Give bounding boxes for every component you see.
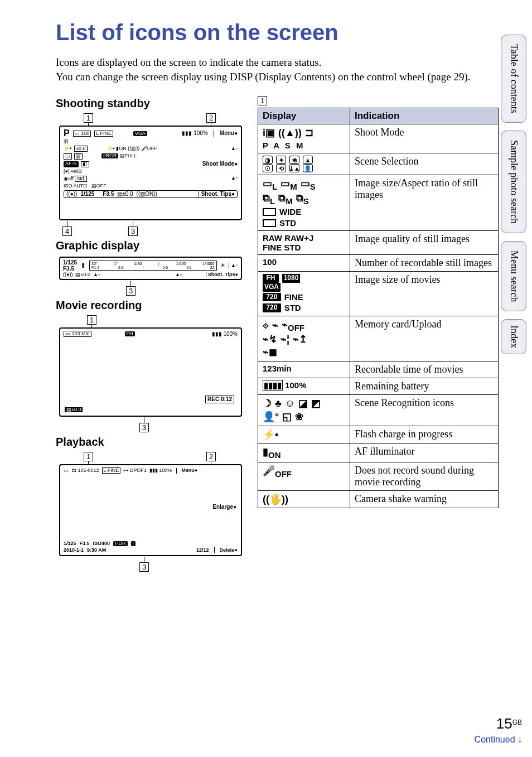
table-head-indication: Indication <box>350 108 499 124</box>
table-row: ▮ON AF illuminator <box>258 443 499 462</box>
heading-playback: Playback <box>56 436 245 449</box>
table-row: ☽♣☺◪◩ 👤°◱❀ Scene Recognition icons <box>258 395 499 426</box>
ev-icon: ±0.0 <box>74 146 87 152</box>
fnumber-value: F3.5 <box>103 191 114 197</box>
callout-1: 1 <box>84 113 93 123</box>
battery-label: ▮▮▮ 100% <box>182 131 207 136</box>
table-row: ▭L▭M▭S ⧉L⧉M⧉S WIDE STD Image size/Aspect… <box>258 175 499 231</box>
shootmode-softkey: Shoot Mode <box>202 161 234 167</box>
callout-1-play: 1 <box>84 452 93 461</box>
iso-label: ISO AUTO <box>64 183 87 189</box>
table-row: 123min Recordable time of movies <box>258 361 499 378</box>
callout-3-play: 3 <box>139 562 149 572</box>
callout-1-movie: 1 <box>87 315 96 325</box>
tab-sample-photo[interactable]: Sample photo search <box>501 131 526 233</box>
table-row: ◑✦❀▲ ☉⟲⤓▲👤 Scene Selection <box>258 153 499 175</box>
heading-movie-recording: Movie recording <box>56 299 245 312</box>
table-row: ⟐⌁⌁OFF ⌁↯⌁¦⌁↥ ⌁◼ Memory card/Upload <box>258 316 499 361</box>
table-row: ▮▮▮▮ 100% Remaining battery <box>258 378 499 395</box>
play-iso: ISO400 <box>93 541 110 546</box>
graphic-ev: ±0.0 <box>80 272 90 277</box>
table-row: ⚡• Flash charge in progress <box>258 426 499 443</box>
callout-2-play: 2 <box>206 452 216 461</box>
play-fnum: F3.5 <box>80 541 90 546</box>
play-battery: ▮▮▮ 100% <box>149 468 172 473</box>
play-date: 2010-1-1 <box>64 548 84 553</box>
graphic-shutter: 1/125 <box>63 259 77 266</box>
tips-softkey: Shoot. Tips <box>201 191 231 197</box>
heading-graphic-display: Graphic display <box>56 239 245 252</box>
page-title: List of icons on the screen <box>56 20 499 45</box>
heading-shooting-standby: Shooting standby <box>56 97 245 110</box>
page-number: 15GB <box>496 715 522 732</box>
mov-size: VGA <box>133 131 147 136</box>
img-size: L FINE <box>94 131 113 137</box>
table-row: i▣((▲))⊐ P A S M Shoot Mode <box>258 124 499 153</box>
tab-menu-search[interactable]: Menu search <box>501 241 526 311</box>
movie-size: FH <box>125 331 135 336</box>
table-row: 100 Number of recordable still images <box>258 255 499 272</box>
callout-3: 3 <box>128 226 138 236</box>
continued-label: Continued ↓ <box>475 735 522 745</box>
flash-icon: ⚡• <box>64 146 71 151</box>
play-folder: 101-0012 <box>78 467 99 473</box>
play-clock: 9:30 AM <box>87 548 106 553</box>
shutter-value: 1/125 <box>80 191 94 197</box>
diagram-graphic-display: 1/125 F3.5 ⬆ 30"1"1/30|1/2501/4000 F1.42… <box>56 255 245 296</box>
af-label: AF-S <box>64 161 79 167</box>
callout-3-graphic: 3 <box>126 286 136 296</box>
diagram-shooting-standby: 1 2 P ▭ 100 L FINE VGA ▮▮▮ 100% Menu● ▥ <box>56 113 245 236</box>
table-row: ((🖐)) Camera shake warning <box>258 490 499 508</box>
intro-text: Icons are displayed on the screen to ind… <box>56 55 499 84</box>
awb-label: AWB <box>70 168 81 174</box>
table-head-display: Display <box>258 108 350 124</box>
play-menu-softkey: Menu <box>181 467 195 473</box>
table-row: 🎤OFF Does not record sound during movie … <box>258 462 499 490</box>
std-label: Std. <box>75 176 87 182</box>
table-row: FH 1080 VGA 720 FINE 720 STD Image size … <box>258 272 499 316</box>
diagram-movie-recording: 1 ▭ 123 Min FH ▮▮▮ 100% REC 0:12 ▤±0.0 3 <box>56 315 245 432</box>
rec-timer: REC 0:12 <box>205 396 234 403</box>
menu-softkey: Menu● <box>220 131 238 136</box>
play-dpof: DPOF1 <box>130 467 147 473</box>
play-counter: 12/12 <box>196 548 209 553</box>
table-row: RAW RAW+JFINE STD Image quality of still… <box>258 231 499 255</box>
play-delete-softkey: Delete <box>220 547 235 553</box>
tab-toc[interactable]: Table of contents <box>501 35 526 123</box>
icon-table: Display Indication i▣((▲))⊐ P A S M Shoo… <box>258 108 499 508</box>
region-number: 1 <box>258 96 267 105</box>
callout-4: 4 <box>62 226 72 236</box>
movie-ev: ▤±0.0 <box>65 407 83 412</box>
graphic-fnum: F3.5 <box>63 266 74 272</box>
movie-time: ▭ 123 Min <box>64 331 91 337</box>
play-shutter: 1/125 <box>64 541 76 546</box>
mode-letter: P <box>64 129 70 138</box>
diagram-playback: 1 2 ▭🗀 101-0012 L FINE ⊶ DPOF1 ▮▮▮ 100% … <box>56 452 245 572</box>
callout-3-movie: 3 <box>139 423 149 432</box>
graphic-tips-softkey: Shoot. Tips <box>208 272 235 277</box>
play-enlarge-softkey: Enlarge <box>212 504 233 510</box>
card-count: ▭ 100 <box>73 131 91 137</box>
tab-index[interactable]: Index <box>501 319 526 354</box>
movie-battery: ▮▮▮ 100% <box>212 331 238 337</box>
side-tabs: Table of contents Sample photo search Me… <box>501 35 526 354</box>
callout-2: 2 <box>206 113 216 123</box>
play-size: L FINE <box>102 467 121 474</box>
